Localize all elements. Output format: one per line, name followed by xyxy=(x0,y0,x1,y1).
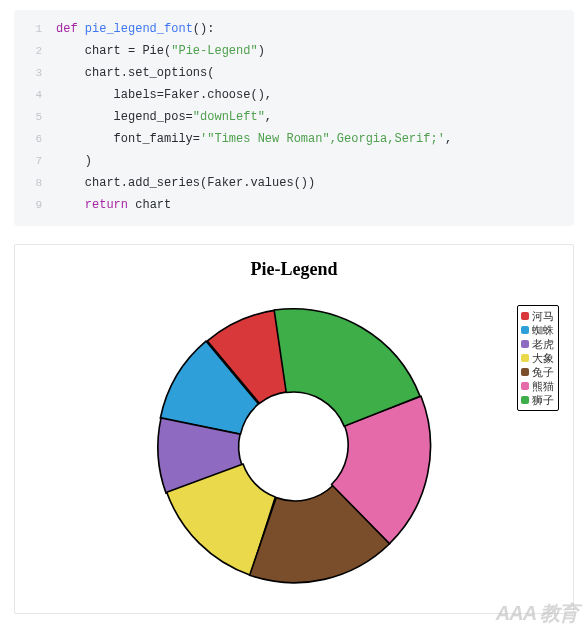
legend-item: 老虎 xyxy=(521,337,555,351)
code-text: legend_pos="downLeft", xyxy=(56,106,272,128)
legend-swatch xyxy=(521,396,529,404)
line-number: 3 xyxy=(24,62,42,84)
legend-swatch xyxy=(521,340,529,348)
line-number: 4 xyxy=(24,84,42,106)
code-line: 3 chart.set_options( xyxy=(24,62,564,84)
code-line: 7 ) xyxy=(24,150,564,172)
code-line: 2 chart = Pie("Pie-Legend") xyxy=(24,40,564,62)
legend-swatch xyxy=(521,368,529,376)
code-line: 8 chart.add_series(Faker.values()) xyxy=(24,172,564,194)
legend-item: 熊猫 xyxy=(521,379,555,393)
code-text: return chart xyxy=(56,194,171,216)
legend-item: 河马 xyxy=(521,309,555,323)
legend-item: 大象 xyxy=(521,351,555,365)
legend-label: 老虎 xyxy=(532,337,555,351)
line-number: 9 xyxy=(24,194,42,216)
code-text: chart = Pie("Pie-Legend") xyxy=(56,40,265,62)
legend-label: 河马 xyxy=(532,309,555,323)
code-text: labels=Faker.choose(), xyxy=(56,84,272,106)
legend-swatch xyxy=(521,354,529,362)
code-text: ) xyxy=(56,150,92,172)
legend-label: 大象 xyxy=(532,351,555,365)
legend-label: 兔子 xyxy=(532,365,555,379)
code-text: def pie_legend_font(): xyxy=(56,18,214,40)
legend-label: 狮子 xyxy=(532,393,555,407)
chart-area: 河马蜘蛛老虎大象兔子熊猫狮子 xyxy=(15,277,573,603)
legend-item: 狮子 xyxy=(521,393,555,407)
line-number: 2 xyxy=(24,40,42,62)
legend-swatch xyxy=(521,382,529,390)
code-block: 1def pie_legend_font():2 chart = Pie("Pi… xyxy=(14,10,574,226)
legend-swatch xyxy=(521,326,529,334)
legend-item: 蜘蛛 xyxy=(521,323,555,337)
page-root: 1def pie_legend_font():2 chart = Pie("Pi… xyxy=(0,0,588,631)
code-text: font_family='"Times New Roman",Georgia,S… xyxy=(56,128,452,150)
pie-svg xyxy=(144,296,444,596)
code-line: 6 font_family='"Times New Roman",Georgia… xyxy=(24,128,564,150)
chart-legend: 河马蜘蛛老虎大象兔子熊猫狮子 xyxy=(517,305,559,411)
code-text: chart.set_options( xyxy=(56,62,214,84)
legend-label: 蜘蛛 xyxy=(532,323,555,337)
legend-swatch xyxy=(521,312,529,320)
line-number: 1 xyxy=(24,18,42,40)
code-line: 1def pie_legend_font(): xyxy=(24,18,564,40)
code-line: 9 return chart xyxy=(24,194,564,216)
code-line: 4 labels=Faker.choose(), xyxy=(24,84,564,106)
chart-card: Pie-Legend 河马蜘蛛老虎大象兔子熊猫狮子 xyxy=(14,244,574,614)
code-text: chart.add_series(Faker.values()) xyxy=(56,172,315,194)
donut-chart xyxy=(144,296,444,596)
line-number: 6 xyxy=(24,128,42,150)
line-number: 7 xyxy=(24,150,42,172)
code-line: 5 legend_pos="downLeft", xyxy=(24,106,564,128)
legend-label: 熊猫 xyxy=(532,379,555,393)
line-number: 5 xyxy=(24,106,42,128)
legend-item: 兔子 xyxy=(521,365,555,379)
line-number: 8 xyxy=(24,172,42,194)
